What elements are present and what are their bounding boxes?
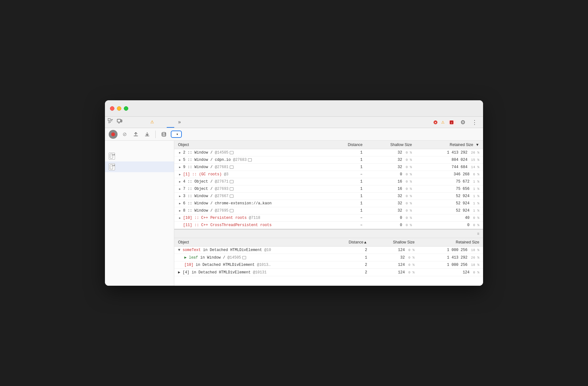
ret-col-object[interactable]: Object — [174, 238, 329, 247]
ret-row-text: someText — [182, 248, 201, 252]
more-options-icon[interactable]: ⋮ — [470, 119, 479, 126]
ret-shallow-cell: 124 0 % — [371, 247, 418, 254]
expand-icon[interactable]: ▶ — [178, 202, 182, 206]
table-row[interactable]: ▶8 :: Window / @27695132 0 %52 924 1 % — [174, 207, 483, 214]
distance-cell: 1 — [329, 207, 366, 214]
ret-distance-cell: 1 — [329, 254, 371, 261]
ret-ref: @10 — [264, 248, 271, 252]
expand-icon[interactable]: ▶ — [178, 187, 182, 191]
col-object[interactable]: Object — [174, 141, 329, 149]
record-button[interactable] — [109, 130, 118, 139]
retained-cell: 52 924 1 % — [416, 200, 483, 207]
profiles-button[interactable] — [159, 130, 168, 139]
table-row[interactable]: ▶4 :: Object / @27671116 0 %75 672 1 % — [174, 178, 483, 185]
expand-icon[interactable]: ▶ — [178, 166, 182, 169]
tab-elements[interactable] — [124, 117, 131, 128]
table-row[interactable]: ▶6 :: Window / chrome-extension://a…kaon… — [174, 200, 483, 207]
ret-col-distance[interactable]: Distance▲ — [329, 238, 371, 247]
warning-badge[interactable]: ⚠ — [441, 120, 446, 125]
tab-console[interactable] — [131, 117, 139, 128]
upload-button[interactable] — [131, 130, 140, 139]
tab-network[interactable]: ⚠ — [147, 117, 159, 128]
issues-badge[interactable]: ! — [448, 120, 456, 125]
ret-object-cell: ▶ leaf in Window / @14505 — [174, 254, 329, 261]
settings-icon[interactable]: ⚙ — [458, 119, 467, 126]
ret-distance-cell: 2 — [329, 261, 371, 269]
error-badge[interactable]: ✕ — [433, 120, 439, 125]
col-shallow[interactable]: Shallow Size — [366, 141, 416, 149]
shallow-cell: 0 0 % — [366, 214, 416, 222]
tab-sources[interactable] — [139, 117, 147, 128]
table-row[interactable]: ▶3 :: Window / @27667132 0 %52 924 1 % — [174, 193, 483, 200]
table-row[interactable]: ▶7 :: Object / @27693116 0 %75 656 1 % — [174, 185, 483, 193]
window-icon — [230, 209, 233, 212]
expand-icon[interactable]: ▶ — [178, 151, 182, 155]
main-content: Object Distance Shallow Size Retained Si… — [105, 141, 483, 286]
distance-cell: – — [329, 171, 366, 178]
svg-point-7 — [162, 132, 166, 134]
expand-icon[interactable]: ▶ — [178, 216, 182, 220]
containment-dropdown[interactable]: ▾ — [171, 131, 182, 138]
row-text: 6 :: Window / chrome-extension://a…kaon — [183, 201, 272, 206]
tab-memory[interactable] — [167, 117, 174, 128]
table-row[interactable]: ▶5 :: Window / cdpn.io @27683132 0 %804 … — [174, 156, 483, 164]
inspect-icon[interactable] — [106, 117, 115, 126]
ret-col-shallow[interactable]: Shallow Size — [371, 238, 418, 247]
network-warning-icon: ⚠ — [150, 120, 154, 124]
titlebar — [105, 100, 483, 117]
col-distance[interactable]: Distance — [329, 141, 366, 149]
sidebar-title — [105, 144, 174, 147]
expand-icon[interactable]: ▶ — [178, 180, 182, 184]
table-row[interactable]: ▶2 :: Window / @14505132 0 %1 413 292 26… — [174, 149, 483, 156]
close-button[interactable] — [110, 106, 114, 111]
tab-bar: ⚠ » ✕ ⚠ — [105, 117, 483, 128]
expand-icon[interactable]: ▶ — [178, 195, 182, 198]
retained-cell: 1 413 292 26 % — [416, 149, 483, 156]
maximize-button[interactable] — [124, 106, 128, 111]
snapshot2-icon — [109, 163, 115, 170]
retainers-menu-icon[interactable]: ≡ — [477, 231, 479, 236]
table-row[interactable]: ▶9 :: Window / @27681132 0 %744 684 14 % — [174, 164, 483, 171]
clear-button[interactable]: ⊘ — [120, 130, 129, 139]
expand-icon[interactable]: ▶ — [178, 209, 182, 213]
tab-more[interactable]: » — [174, 117, 185, 128]
main-table[interactable]: Object Distance Shallow Size Retained Si… — [174, 141, 483, 229]
ret-suffix: in Detached HTMLDivElement — [193, 263, 255, 267]
ret-expand-icon: ▼ — [178, 248, 182, 252]
retainer-row[interactable]: [10] in Detached HTMLDivElement @1013…21… — [174, 261, 483, 269]
retained-cell: 744 684 14 % — [416, 164, 483, 171]
object-cell: ▶[10] :: C++ Persistent roots @7118 — [174, 214, 329, 222]
retainer-row[interactable]: ▶ [4] in Detached HTMLDivElement @101312… — [174, 269, 483, 276]
svg-text:!: ! — [451, 121, 452, 124]
expand-icon[interactable]: ▶ — [178, 173, 182, 177]
retainer-row[interactable]: ▼ someText in Detached HTMLDivElement @1… — [174, 247, 483, 254]
retained-cell: 0 0 % — [416, 222, 483, 229]
expand-icon[interactable]: ▶ — [178, 158, 182, 162]
sidebar-item-snapshot2[interactable] — [105, 161, 174, 172]
warning-icon: ⚠ — [441, 120, 445, 125]
ret-object-cell: ▼ someText in Detached HTMLDivElement @1… — [174, 247, 329, 254]
object-cell: ▶2 :: Window / @14505 — [174, 149, 329, 156]
minimize-button[interactable] — [117, 106, 121, 111]
sidebar-item-snapshot1[interactable] — [105, 151, 174, 161]
retainers-table: Object Distance▲ Shallow Size Retained S… — [174, 238, 483, 276]
retainers-table-body: ▼ someText in Detached HTMLDivElement @1… — [174, 247, 483, 276]
window-icon — [230, 195, 233, 198]
table-row[interactable]: [11] :: C++ CrossThreadPersistent roots–… — [174, 222, 483, 229]
tab-performance[interactable] — [159, 117, 167, 128]
shallow-cell: 16 0 % — [366, 185, 416, 193]
row-text: 7 :: Object / — [183, 187, 213, 191]
retainers-header-row: Object Distance▲ Shallow Size Retained S… — [174, 238, 483, 247]
window-icon — [242, 256, 246, 259]
shallow-cell: 32 0 % — [366, 207, 416, 214]
ret-suffix: in Window / — [198, 255, 225, 260]
device-icon[interactable] — [115, 117, 124, 126]
retainer-row[interactable]: ▶ leaf in Window / @14505132 0 %1 413 29… — [174, 254, 483, 261]
ret-col-retained[interactable]: Retained Size — [418, 238, 483, 247]
retained-cell: 52 924 1 % — [416, 207, 483, 214]
download-button[interactable] — [143, 130, 152, 139]
row-text: 2 :: Window / — [183, 150, 213, 155]
table-row[interactable]: ▶[10] :: C++ Persistent roots @7118–0 0 … — [174, 214, 483, 222]
col-retained[interactable]: Retained Size ▼ — [416, 141, 483, 149]
table-row[interactable]: ▶[1] :: (GC roots) @3–0 0 %346 268 6 % — [174, 171, 483, 178]
